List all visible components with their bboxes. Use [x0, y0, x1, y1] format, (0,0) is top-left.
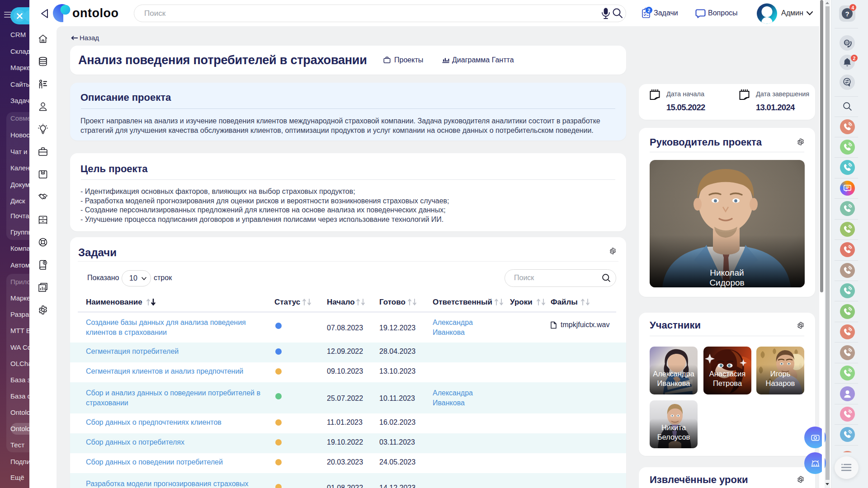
svg-text:Анастасия: Анастасия — [709, 370, 746, 378]
svg-text:Петрова: Петрова — [713, 379, 742, 387]
svg-text:Сидоров: Сидоров — [709, 278, 744, 287]
svg-text:Игорь: Игорь — [770, 370, 790, 378]
svg-text:Никита: Никита — [661, 423, 686, 432]
svg-text:Николай: Николай — [710, 268, 744, 277]
svg-text:Белоусов: Белоусов — [657, 433, 690, 441]
svg-text:Назаров: Назаров — [766, 379, 795, 387]
svg-text:Александра: Александра — [653, 370, 695, 378]
svg-text:Иванкова: Иванкова — [657, 379, 690, 387]
